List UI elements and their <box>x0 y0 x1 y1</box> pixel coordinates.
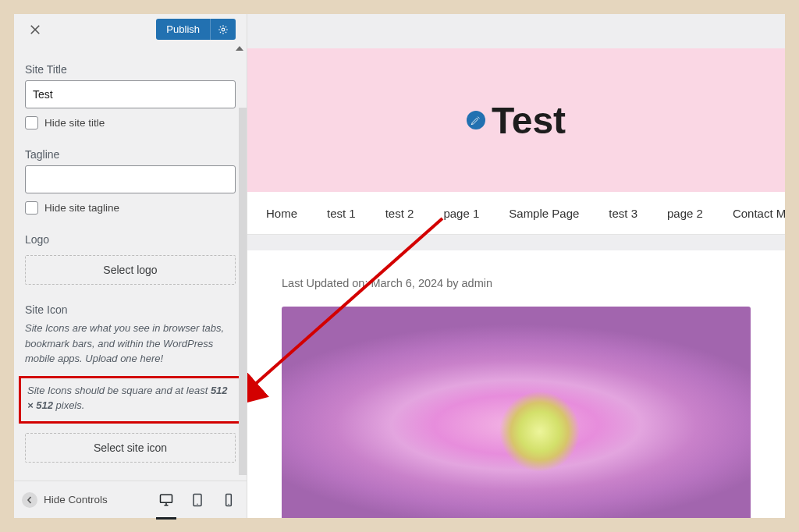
pencil-icon <box>471 115 481 126</box>
hide-site-title-label: Hide site title <box>44 117 105 129</box>
preview-header: Test <box>247 48 785 192</box>
select-logo-button[interactable]: Select logo <box>25 255 236 285</box>
site-title-input[interactable] <box>25 80 236 108</box>
device-desktop-button[interactable] <box>156 488 176 512</box>
site-icon-block: Site Icon Site Icons are what you see in… <box>25 303 236 463</box>
nav-item[interactable]: test 1 <box>327 207 356 220</box>
nav-item[interactable]: Sample Page <box>509 207 579 220</box>
tablet-icon <box>190 492 205 508</box>
featured-image <box>282 307 751 518</box>
nav-item[interactable]: test 3 <box>609 207 637 220</box>
edit-pencil-badge[interactable] <box>467 111 485 129</box>
svg-rect-1 <box>161 495 172 502</box>
hide-controls-button[interactable]: Hide Controls <box>22 492 108 508</box>
site-icon-label: Site Icon <box>25 303 236 316</box>
hide-site-title-checkbox[interactable] <box>25 116 38 129</box>
site-icon-description-1: Site Icons are what you see in browser t… <box>25 321 236 367</box>
svg-point-3 <box>197 503 198 505</box>
nav-item[interactable]: Home <box>266 207 297 220</box>
preview-content: Last Updated on: March 6, 2024 by admin <box>247 250 785 518</box>
publish-settings-button[interactable] <box>210 19 236 40</box>
hide-site-tagline-row[interactable]: Hide site tagline <box>25 201 236 215</box>
hide-site-tagline-checkbox[interactable] <box>25 201 38 215</box>
tagline-block: Tagline Hide site tagline <box>25 148 236 215</box>
close-icon <box>28 23 42 37</box>
nav-item[interactable]: Contact M <box>733 207 785 220</box>
nav-item[interactable]: test 2 <box>385 207 414 220</box>
device-tablet-button[interactable] <box>187 488 208 512</box>
device-preview-row <box>156 488 239 512</box>
close-customizer-button[interactable] <box>25 20 45 40</box>
mobile-icon <box>221 492 236 508</box>
logo-block: Logo Select logo <box>25 233 236 285</box>
hide-site-title-row[interactable]: Hide site title <box>25 116 236 129</box>
site-title-block: Site Title Hide site title <box>25 63 236 129</box>
sidebar-bottombar: Hide Controls <box>14 481 247 518</box>
nav-item[interactable]: page 2 <box>667 207 703 220</box>
sidebar-scrollbar[interactable] <box>239 108 247 475</box>
hide-controls-label: Hide Controls <box>44 494 108 505</box>
select-site-icon-button[interactable]: Select site icon <box>25 433 236 463</box>
gear-icon <box>218 24 229 35</box>
tagline-label: Tagline <box>25 148 236 161</box>
tagline-input[interactable] <box>25 165 236 193</box>
device-mobile-button[interactable] <box>218 488 239 512</box>
preview-site-title: Test <box>492 99 566 142</box>
customizer-frame: Publish Site Title Hide site title Tagli… <box>14 14 785 518</box>
sidebar-body: Site Title Hide site title Tagline Hide … <box>14 44 247 481</box>
logo-label: Logo <box>25 233 236 246</box>
chevron-left-icon <box>22 492 37 508</box>
hide-site-tagline-label: Hide site tagline <box>44 202 119 214</box>
svg-point-0 <box>222 28 225 31</box>
preview-nav: Home test 1 test 2 page 1 Sample Page te… <box>247 192 785 235</box>
publish-button[interactable]: Publish <box>156 19 210 40</box>
customizer-sidebar: Publish Site Title Hide site title Tagli… <box>14 14 247 518</box>
desktop-icon <box>158 492 174 508</box>
site-title-label: Site Title <box>25 63 236 76</box>
nav-item[interactable]: page 1 <box>443 207 479 220</box>
site-icon-description-2: Site Icons should be square and at least… <box>19 376 242 424</box>
svg-point-5 <box>228 503 229 504</box>
last-updated-text: Last Updated on: March 6, 2024 by admin <box>282 277 751 289</box>
site-preview: Test Home test 1 test 2 page 1 Sample Pa… <box>247 14 785 518</box>
sidebar-topbar: Publish <box>14 14 247 44</box>
